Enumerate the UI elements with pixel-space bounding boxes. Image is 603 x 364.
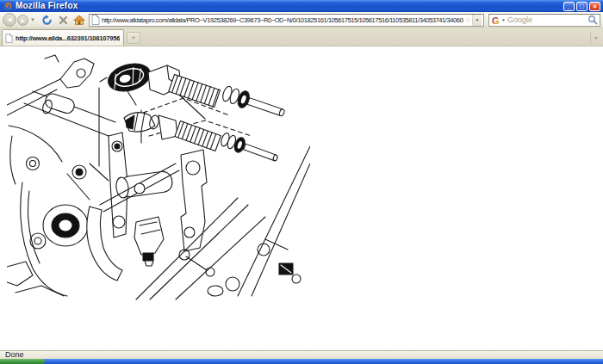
- close-button[interactable]: ×: [589, 2, 600, 11]
- firefox-icon: [3, 2, 12, 11]
- titlebar: Mozilla Firefox _ □ ×: [0, 0, 603, 12]
- back-arrow-icon: ◀: [7, 16, 11, 23]
- search-box: G ▼: [488, 14, 600, 27]
- list-all-tabs-button[interactable]: ▼: [590, 32, 601, 44]
- search-input[interactable]: [507, 15, 587, 25]
- url-input[interactable]: [102, 15, 463, 26]
- google-logo-icon: G: [491, 15, 500, 25]
- stop-x-icon: [59, 15, 68, 25]
- windows-taskbar[interactable]: [0, 359, 603, 364]
- shift-cable-illustration: [7, 53, 310, 301]
- new-tab-button[interactable]: +: [127, 32, 140, 44]
- stop-button[interactable]: [56, 13, 71, 27]
- bookmark-star-icon[interactable]: ☆: [463, 15, 472, 26]
- status-text: Done: [5, 351, 24, 359]
- tab-active[interactable]: http://www.allda...632391/108107956: [2, 29, 124, 46]
- page-content: [0, 46, 603, 350]
- search-magnifier-icon[interactable]: [587, 15, 598, 25]
- back-forward-cluster: ◀ ▶ ▼: [3, 13, 36, 27]
- tab-label: http://www.allda...632391/108107956: [16, 34, 120, 42]
- home-button[interactable]: [72, 13, 87, 27]
- reload-button[interactable]: [40, 13, 54, 27]
- search-engine-dropdown[interactable]: ▼: [500, 17, 507, 22]
- back-button[interactable]: ◀: [3, 13, 16, 27]
- navigation-toolbar: ◀ ▶ ▼: [0, 12, 603, 28]
- browser-window: Mozilla Firefox _ □ × ◀ ▶ ▼: [0, 0, 603, 364]
- tab-page-icon: [5, 34, 13, 43]
- maximize-button[interactable]: □: [576, 2, 587, 11]
- tab-strip: http://www.allda...632391/108107956 + ▼: [0, 28, 603, 46]
- reload-icon: [41, 15, 53, 26]
- status-bar: Done: [0, 350, 603, 359]
- start-button[interactable]: [0, 359, 45, 364]
- page-favicon: [91, 15, 100, 25]
- forward-button[interactable]: ▶: [17, 15, 28, 26]
- url-dropdown-button[interactable]: ▼: [472, 15, 482, 26]
- window-title: Mozilla Firefox: [16, 0, 78, 12]
- history-dropdown-button[interactable]: ▼: [29, 17, 36, 22]
- url-bar: ☆ ▼: [89, 14, 484, 27]
- home-icon: [73, 15, 85, 26]
- minimize-button[interactable]: _: [563, 2, 575, 11]
- forward-arrow-icon: ▶: [21, 17, 25, 23]
- svg-text:G: G: [492, 15, 500, 25]
